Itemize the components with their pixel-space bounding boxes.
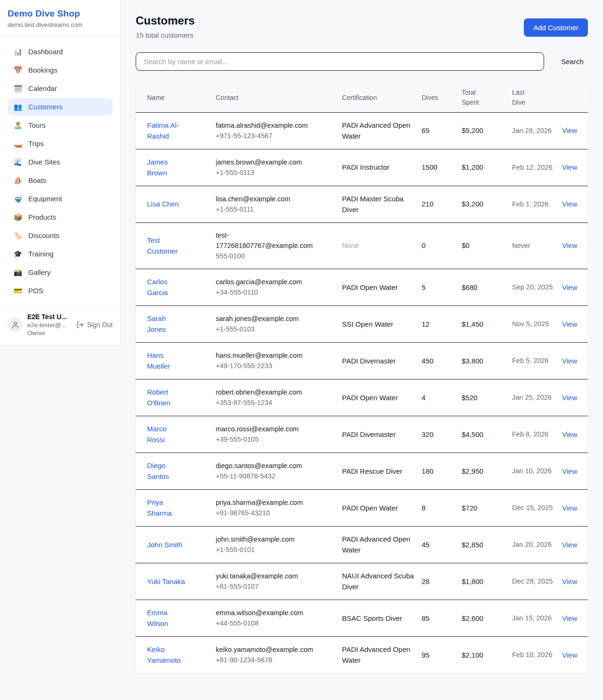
- customer-last-dive: Jan 15, 2026: [512, 600, 562, 637]
- view-link[interactable]: View: [562, 126, 577, 134]
- sidebar-item-products[interactable]: 📦Products: [8, 208, 113, 226]
- sidebar-item-label: Products: [28, 213, 56, 221]
- customer-dives: 65: [422, 113, 462, 149]
- customer-name-link[interactable]: Hans Mueller: [147, 362, 186, 370]
- customer-total-spent: $3,800: [462, 343, 512, 379]
- page-title: Customers: [136, 14, 195, 27]
- customer-email: robert.obrien@example.com: [216, 387, 314, 398]
- sidebar-item-label: Bookings: [28, 66, 57, 74]
- user-panel: E2E Test U... e2e-tester@... Owner Sign …: [0, 306, 120, 345]
- column-header-actions: [562, 83, 588, 113]
- view-link[interactable]: View: [562, 430, 577, 438]
- customer-dives: 0: [422, 223, 462, 269]
- customer-certification: PADI Divemaster: [342, 416, 422, 453]
- sidebar-item-training[interactable]: 🎓Training: [8, 245, 113, 263]
- view-link[interactable]: View: [562, 394, 577, 402]
- sidebar-item-dive-sites[interactable]: 🌊Dive Sites: [8, 153, 113, 171]
- view-link[interactable]: View: [562, 614, 577, 622]
- customer-certification: PADI Rescue Diver: [342, 453, 422, 490]
- customer-last-dive: Feb 1, 2026: [512, 186, 562, 223]
- customer-last-dive: Nov 5, 2025: [512, 306, 562, 343]
- customer-name-link[interactable]: James Brown: [147, 169, 186, 177]
- search-button[interactable]: Search: [557, 54, 588, 69]
- sidebar-item-pos[interactable]: 💳POS: [8, 282, 113, 299]
- customer-email: diego.santos@example.com: [216, 461, 314, 471]
- sidebar-item-boats[interactable]: ⛵Boats: [8, 172, 113, 189]
- customer-certification: PADI Master Scuba Diver: [342, 186, 422, 223]
- sidebar-item-customers[interactable]: 👥Customers: [8, 98, 113, 115]
- sidebar-item-dashboard[interactable]: 📊Dashboard: [8, 43, 113, 60]
- customer-name-link[interactable]: John Smith: [147, 541, 182, 549]
- column-header-certification: Certification: [342, 83, 422, 113]
- customer-name-link[interactable]: Priya Sharma: [147, 509, 186, 517]
- customer-name-link[interactable]: Emma Wilson: [147, 619, 186, 627]
- customer-certification: None: [342, 223, 422, 269]
- view-link[interactable]: View: [562, 357, 577, 365]
- sidebar-item-gallery[interactable]: 📸Gallery: [8, 264, 113, 281]
- customer-name-link[interactable]: Keiko Yamamoto: [147, 656, 186, 664]
- view-link[interactable]: View: [562, 241, 577, 249]
- view-link[interactable]: View: [562, 541, 577, 549]
- customer-dives: 12: [422, 306, 462, 343]
- user-meta: E2E Test U... e2e-tester@... Owner: [27, 313, 72, 337]
- sign-out-button[interactable]: Sign Out: [76, 321, 113, 329]
- customer-certification: PADI Advanced Open Water: [342, 637, 422, 674]
- customer-total-spent: $680: [462, 269, 512, 306]
- main-content: Customers 15 total customers Add Custome…: [121, 0, 603, 689]
- sidebar-item-label: Gallery: [28, 268, 51, 276]
- customer-total-spent: $2,950: [462, 453, 512, 490]
- customer-total-spent: $4,500: [462, 416, 512, 453]
- view-link[interactable]: View: [562, 651, 577, 659]
- sidebar-nav: 📊Dashboard📅Bookings🗓️Calendar👥Customers🏝…: [0, 36, 120, 306]
- customer-name-link[interactable]: Yuki Tanaka: [147, 577, 185, 585]
- customer-dives: 450: [422, 343, 462, 379]
- table-row: James Brown james.brown@example.com +1-5…: [136, 149, 588, 186]
- table-row: Carlos Garcia carlos.garcia@example.com …: [136, 269, 588, 306]
- column-header-name: Name: [136, 83, 216, 113]
- customer-last-dive: Jan 28, 2026: [512, 113, 562, 149]
- shop-name: Demo Dive Shop: [8, 8, 113, 19]
- view-link[interactable]: View: [562, 320, 577, 328]
- gallery-camera-icon: 📸: [13, 269, 23, 276]
- table-row: Yuki Tanaka yuki.tanaka@example.com +81-…: [136, 563, 588, 600]
- sidebar-item-discounts[interactable]: 🏷️Discounts: [8, 227, 113, 244]
- customer-name-link[interactable]: Carlos Garcia: [147, 288, 186, 296]
- customer-name-link[interactable]: Lisa Chen: [147, 200, 179, 208]
- sidebar-item-trips[interactable]: 🚤Trips: [8, 135, 113, 152]
- customer-name-link[interactable]: Fatima Al-Rashid: [147, 132, 186, 140]
- sidebar-item-equipment[interactable]: 🤿Equipment: [8, 190, 113, 207]
- customer-name-link[interactable]: Diego Santos: [147, 472, 186, 480]
- customer-last-dive: Jan 10, 2026: [512, 453, 562, 490]
- customer-email: john.smith@example.com: [216, 535, 314, 545]
- customer-phone: +1-555-0111: [216, 205, 334, 215]
- customer-dives: 85: [422, 600, 462, 637]
- view-link[interactable]: View: [562, 577, 577, 585]
- table-header-row: Name Contact Certification Dives Total S…: [136, 83, 588, 113]
- view-link[interactable]: View: [562, 283, 577, 291]
- sign-out-label: Sign Out: [87, 321, 113, 329]
- view-link[interactable]: View: [562, 467, 577, 475]
- add-customer-button[interactable]: Add Customer: [524, 18, 588, 37]
- customer-phone: +1-555-0101: [216, 545, 334, 555]
- search-input[interactable]: [136, 52, 544, 71]
- customer-name-link[interactable]: Marco Rossi: [147, 436, 186, 444]
- customer-name-link[interactable]: Test Customer: [147, 247, 186, 255]
- sidebar-item-calendar[interactable]: 🗓️Calendar: [8, 80, 113, 97]
- app-layout: Demo Dive Shop demo.test.divestreams.com…: [0, 0, 603, 689]
- customer-certification: SSI Open Water: [342, 306, 422, 343]
- customer-name-link[interactable]: Robert O'Brien: [147, 399, 186, 407]
- sidebar-item-bookings[interactable]: 📅Bookings: [8, 61, 113, 79]
- view-link[interactable]: View: [562, 504, 577, 512]
- customer-certification: PADI Open Water: [342, 490, 422, 527]
- customer-last-dive: Jan 25, 2026: [512, 379, 562, 416]
- sidebar-item-label: Dive Sites: [28, 158, 60, 166]
- customer-name-link[interactable]: Sarah Jones: [147, 325, 186, 333]
- table-row: Priya Sharma priya.sharma@example.com +9…: [136, 490, 588, 527]
- view-link[interactable]: View: [562, 200, 577, 208]
- view-link[interactable]: View: [562, 163, 577, 171]
- table-row: Lisa Chen lisa.chen@example.com +1-555-0…: [136, 186, 588, 223]
- customer-phone: +49-170-555-2233: [216, 361, 334, 371]
- customer-email: yuki.tanaka@example.com: [216, 571, 314, 582]
- sidebar-item-tours[interactable]: 🏝️Tours: [8, 116, 113, 134]
- customer-email: emma.wilson@example.com: [216, 608, 314, 618]
